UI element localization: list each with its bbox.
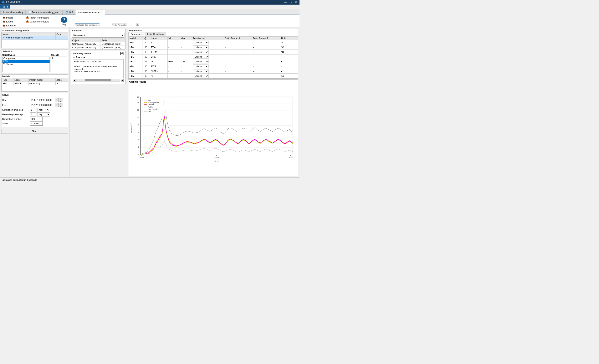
scroll-left-btn[interactable]: ◀ <box>73 79 76 82</box>
table-row[interactable]: HBV ☐ TTInt - - Uniform Normal Lognormal… <box>129 45 298 50</box>
list-item-zone-a[interactable]: A <box>51 57 67 60</box>
close-button[interactable]: ✕ <box>294 1 298 4</box>
svg-text:6: 6 <box>138 131 139 133</box>
svg-text:13: 13 <box>137 109 140 111</box>
start-down-btn2[interactable]: ▼ <box>59 100 62 102</box>
dist-select-7[interactable]: Uniform Normal Lognormal <box>193 74 209 78</box>
rec-step-input[interactable] <box>30 112 36 116</box>
tab-close-icon[interactable]: ✕ <box>101 11 103 14</box>
table-row[interactable]: HBV ☐ TTSM - - Uniform Normal Lognormal … <box>129 50 298 54</box>
table-row[interactable]: HBV ☐ Kr - - Uniform Normal Lognormal - … <box>129 74 298 78</box>
dist-select-2[interactable]: Uniform Normal Lognormal <box>193 50 209 54</box>
sim-number-label: Simulation number: <box>2 118 29 120</box>
table-row-empty <box>2 85 68 92</box>
list-item-hbv[interactable]: HBV <box>2 60 50 63</box>
table-row[interactable]: HBV ☐ Beta - - Uniform Normal Lognormal … <box>129 54 298 59</box>
tab-database[interactable]: 📄 Database nauvalisoy_real... <box>26 9 63 15</box>
param-dist-4[interactable]: Uniform Normal Lognormal <box>192 59 224 64</box>
param-check-5[interactable]: ☐ <box>142 64 150 69</box>
param-name-1: TTInt <box>150 45 167 50</box>
param-check-7[interactable]: ☐ <box>142 74 150 78</box>
param-dist-2[interactable]: Uniform Normal Lognormal <box>192 50 224 54</box>
param-dist-7[interactable]: Uniform Normal Lognormal <box>192 74 224 78</box>
sim-step-unit-select[interactable]: second minute hour day <box>37 108 50 112</box>
dist-select-6[interactable]: Uniform Normal Lognormal <box>193 69 209 73</box>
start-down-btn[interactable]: ▼ <box>55 100 59 102</box>
ph-max: Max <box>180 37 192 40</box>
status-bar: Simulation completed in 0 seconds <box>0 177 300 182</box>
process-expand-icon[interactable]: ▲ <box>73 56 75 59</box>
table-row[interactable]: ✓ New Stochastic Simulation <box>2 36 68 40</box>
scroll-right-btn[interactable]: ▶ <box>121 79 124 82</box>
table-row[interactable]: HBV ☐ TT - - Uniform Normal Lognormal - … <box>129 40 298 45</box>
db-icon: 📄 <box>28 11 31 14</box>
end-up-btn[interactable]: ▲ <box>55 103 59 105</box>
dist-select-3[interactable]: Uniform Normal Lognormal <box>193 55 209 59</box>
selection-dropdown[interactable]: New selection ▼ <box>72 33 124 38</box>
dist-select-4[interactable]: Uniform Normal Lognormal <box>193 60 209 63</box>
scroll-track[interactable] <box>76 79 120 82</box>
table-row[interactable]: Comparator Nauvalisoy QSimulation (m3/s) <box>71 46 125 49</box>
selection-mid-table: Object Serie Comparator Nauvalisoy QRefe… <box>71 38 125 49</box>
export-button[interactable]: 📤 Export <box>2 20 17 23</box>
param-dist-5[interactable]: Uniform Normal Lognormal <box>192 64 224 69</box>
maximize-button[interactable]: □ <box>289 1 292 4</box>
table-row[interactable]: HBV HBV 1 nauvalisoy A <box>2 82 68 85</box>
ph-dp2: Distr. Param. 2 <box>252 37 280 40</box>
model-name: HBV 1 <box>14 82 28 85</box>
rec-step-label: Recording time step: <box>2 113 29 116</box>
param-check-2[interactable]: ☐ <box>142 50 150 54</box>
tab-initial-conditions[interactable]: Initial Conditions <box>145 32 166 36</box>
table-row[interactable]: Comparator Nauvalisoy QReference (m3/s) <box>71 42 125 46</box>
stochastic-sim-label: Stochastic Sim. configuration <box>75 23 99 26</box>
param-dist-3[interactable]: Uniform Normal Lognormal <box>192 54 224 59</box>
rec-step-unit-select[interactable]: second minute hour day <box>37 112 50 116</box>
svg-text:Min: Min <box>148 111 151 113</box>
sim-step-input[interactable] <box>30 108 36 112</box>
save-icon[interactable]: 💾 <box>120 52 124 55</box>
end-down-btn[interactable]: ▼ <box>55 105 59 107</box>
svg-text:Flow (m3/s): Flow (m3/s) <box>130 123 132 134</box>
dist-select-1[interactable]: Uniform Normal Lognormal <box>193 45 209 49</box>
table-row[interactable]: HBV ☐ SUMax - - Uniform Normal Lognormal… <box>129 69 298 74</box>
end-down-btn2[interactable]: ▼ <box>59 105 62 107</box>
tab-model[interactable]: ⚙ Model nauvalisoy <box>0 9 26 15</box>
minimize-button[interactable]: — <box>283 1 288 4</box>
param-dist-0[interactable]: Uniform Normal Lognormal <box>192 40 224 45</box>
export-params-button[interactable]: 📤 Export Parameters <box>25 20 50 23</box>
sim-number-input[interactable] <box>30 117 43 121</box>
end-input[interactable] <box>30 103 55 107</box>
file-menu[interactable]: File ▼ <box>0 5 10 9</box>
export-all-button[interactable]: 📤 Export All <box>2 24 17 27</box>
dist-select-5[interactable]: Uniform Normal Lognormal <box>193 64 209 68</box>
param-max-4: 0.65 <box>180 59 192 64</box>
graphic-section: Graphic results 0 2 4 6 8 10 13 16 20 <box>128 79 298 176</box>
tab-stochastic[interactable]: Stochastic simulation ✕ <box>76 10 105 15</box>
param-check-3[interactable]: ☐ <box>142 54 150 59</box>
param-check-4[interactable]: ☑ <box>142 59 150 64</box>
tab-parameters[interactable]: Parameters <box>128 32 145 36</box>
param-check-0[interactable]: ☐ <box>142 40 150 45</box>
dist-select-0[interactable]: Uniform Normal Lognormal <box>193 41 209 44</box>
svg-text:1984: 1984 <box>288 156 293 159</box>
import-params-button[interactable]: 📥 Import Parameters <box>25 16 50 19</box>
help-label: Help <box>62 23 66 26</box>
end-up-btn2[interactable]: ▲ <box>59 103 62 105</box>
start-up-btn2[interactable]: ▲ <box>59 98 62 100</box>
param-check-6[interactable]: ☐ <box>142 69 150 74</box>
table-row[interactable]: HBV ☐ PWP - - Uniform Normal Lognormal -… <box>129 64 298 69</box>
param-dist-6[interactable]: Uniform Normal Lognormal <box>192 69 224 74</box>
list-item-vstation[interactable]: V-Station <box>2 63 50 66</box>
param-check-1[interactable]: ☐ <box>142 45 150 50</box>
start-input[interactable] <box>30 98 55 102</box>
help-button[interactable]: ? Help <box>58 16 70 26</box>
table-row[interactable]: HBV ☑ FC 0.05 0.65 Uniform Normal Lognor… <box>129 59 298 64</box>
import-button[interactable]: 📥 Import <box>2 16 17 19</box>
seed-input[interactable] <box>30 121 43 126</box>
list-item-comparator[interactable]: Comparator <box>2 57 50 60</box>
tab-gis[interactable]: 🌐 GIS <box>63 9 75 15</box>
start-up-btn[interactable]: ▲ <box>55 98 59 100</box>
title-bar-left: 🔷 RS MINERVE <box>2 1 20 4</box>
param-dist-1[interactable]: Uniform Normal Lognormal <box>192 45 224 50</box>
start-button[interactable]: Start <box>1 129 68 134</box>
